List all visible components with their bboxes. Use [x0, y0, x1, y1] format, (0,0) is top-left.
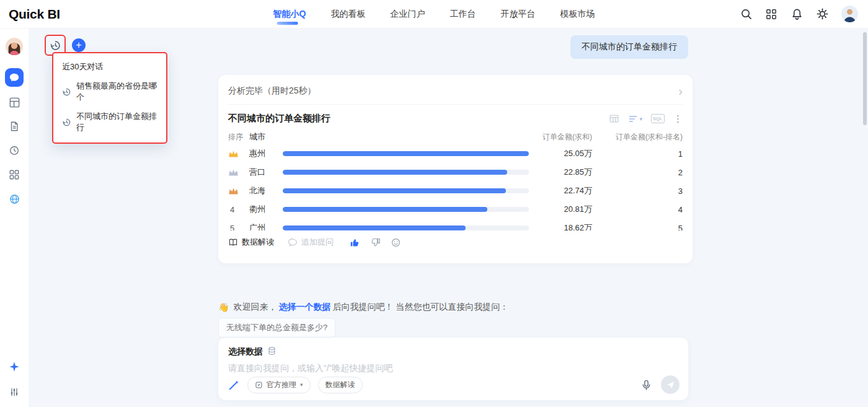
city-cell: 惠州 — [249, 148, 281, 159]
bar — [283, 207, 487, 212]
select-data-button[interactable]: 选择数据 — [228, 346, 678, 357]
bar — [283, 225, 466, 230]
history-icon — [62, 118, 71, 127]
sidebar-item-report[interactable] — [6, 118, 23, 135]
profile-avatar[interactable] — [6, 38, 23, 55]
rank-cell: 4 — [228, 204, 249, 215]
sidebar-item-schedule[interactable] — [6, 142, 23, 159]
composer-right-tools — [640, 375, 680, 394]
rank-value-cell: 3 — [592, 186, 683, 196]
history-item-label: 销售额最高的省份是哪个 — [76, 81, 157, 103]
nav-workbench[interactable]: 工作台 — [450, 9, 476, 20]
apps-grid-icon[interactable] — [765, 8, 777, 20]
rank-value-cell: 4 — [592, 205, 683, 214]
crown-silver-icon — [228, 168, 249, 177]
rank-cell — [228, 150, 249, 158]
gear-icon[interactable] — [816, 8, 828, 20]
rank-cell — [228, 168, 249, 177]
microphone-icon[interactable] — [640, 379, 652, 391]
welcome-message: 👋 欢迎回来， 选择一个数据 后向我提问吧！ 当然您也可以直接向我提问： — [218, 302, 508, 313]
chart-title: 不同城市的订单金额排行 — [228, 113, 330, 125]
nav-template-market[interactable]: 模板市场 — [560, 9, 595, 20]
bar-track — [283, 151, 529, 156]
chevron-down-icon: ▾ — [300, 382, 303, 388]
new-conversation-button[interactable]: + — [72, 38, 86, 52]
nav-enterprise-portal[interactable]: 企业门户 — [390, 9, 425, 20]
card-title-row: 不同城市的订单金额排行 ▾ SQL ⋮ — [218, 105, 693, 129]
bar-cell — [281, 151, 533, 156]
bar-cell — [281, 188, 533, 193]
welcome-prefix: 欢迎回来， — [233, 302, 277, 313]
sparkle-icon[interactable] — [6, 358, 23, 375]
rank-number: 4 — [228, 205, 234, 214]
sidebar-item-apps[interactable] — [6, 166, 23, 183]
history-item[interactable]: 不同城市的订单金额排行 — [62, 111, 157, 133]
amount-cell: 22.85万 — [533, 167, 592, 178]
bar-track — [283, 170, 529, 175]
data-interpret-chip-label: 数据解读 — [326, 380, 355, 390]
bar-cell — [281, 170, 533, 175]
chart-type-icon[interactable]: ▾ — [628, 114, 642, 124]
more-menu-icon[interactable]: ⋮ — [673, 113, 683, 125]
nav-open-platform[interactable]: 开放平台 — [500, 9, 535, 20]
column-header-amount: 订单金额(求和) — [533, 132, 592, 142]
sql-icon[interactable]: SQL — [651, 114, 665, 123]
amount-cell: 22.74万 — [533, 185, 592, 196]
top-header: Quick BI 智能小Q 我的看板 企业门户 工作台 开放平台 模板市场 — [0, 0, 868, 28]
crown-bronze-icon — [228, 187, 249, 195]
history-popup-title: 近30天对话 — [62, 61, 157, 72]
history-popup: 近30天对话 销售额最高的省份是哪个 不同城市的订单金额排行 — [52, 52, 167, 144]
globe-icon[interactable] — [6, 190, 23, 208]
header-icon-group — [740, 6, 858, 22]
sidebar-bottom-group — [6, 358, 23, 407]
bell-icon[interactable] — [790, 8, 803, 20]
official-reasoning-chip[interactable]: 官方推理 ▾ — [247, 377, 311, 393]
history-icon[interactable] — [47, 37, 63, 53]
question-input[interactable] — [228, 363, 678, 373]
bar-cell — [281, 207, 533, 212]
analysis-status-row[interactable]: 分析完毕（用时25秒） › — [228, 77, 683, 105]
amount-cell: 25.05万 — [533, 148, 592, 159]
suggested-question-chip[interactable]: 无线端下单的总金额是多少? — [218, 318, 335, 338]
bar-track — [283, 188, 529, 193]
chevron-right-icon: › — [678, 85, 683, 97]
bar — [283, 188, 506, 193]
data-interpret-chip[interactable]: 数据解读 — [318, 377, 363, 393]
page-scrollbar-thumb[interactable] — [863, 32, 867, 125]
main-nav: 智能小Q 我的看板 企业门户 工作台 开放平台 模板市场 — [273, 0, 595, 28]
rank-value-cell: 1 — [592, 149, 683, 159]
smiley-icon[interactable] — [391, 237, 401, 248]
table-row: 营口 22.85万 2 — [228, 163, 683, 182]
rank-number: 5 — [228, 224, 234, 230]
bar-track — [283, 207, 529, 212]
table-header-row: 排序 城市 订单金额(求和) 订单金额(求和-排名) — [228, 129, 683, 144]
column-header-city: 城市 — [249, 131, 281, 142]
nav-smart-q[interactable]: 智能小Q — [273, 9, 306, 20]
history-item-label: 不同城市的订单金额排行 — [76, 111, 157, 133]
select-dataset-link[interactable]: 选择一个数据 — [278, 302, 330, 313]
thumb-up-icon[interactable] — [350, 237, 360, 248]
user-avatar[interactable] — [841, 6, 858, 22]
magic-wand-icon[interactable] — [228, 379, 240, 391]
follow-up-label: 追加提问 — [301, 237, 334, 248]
wave-emoji: 👋 — [218, 302, 229, 312]
history-icon — [62, 87, 71, 97]
send-button[interactable] — [661, 375, 680, 394]
bar — [283, 170, 507, 175]
sidebar-item-chat[interactable] — [5, 68, 24, 87]
rank-value-cell: 5 — [592, 224, 683, 231]
welcome-suffix: 后向我提问吧！ 当然您也可以直接向我提问： — [332, 302, 508, 313]
history-item[interactable]: 销售额最高的省份是哪个 — [62, 81, 157, 103]
table-view-icon[interactable] — [609, 113, 619, 124]
equalizer-icon[interactable] — [6, 383, 23, 401]
nav-my-dashboard[interactable]: 我的看板 — [330, 9, 365, 20]
sidebar-item-dashboard[interactable] — [6, 94, 23, 111]
table-row: 5 广州 18.62万 5 — [228, 219, 683, 230]
thumb-down-icon[interactable] — [370, 237, 381, 248]
quickbi-logo: Quick BI — [9, 7, 60, 22]
answer-card: 分析完毕（用时25秒） › 不同城市的订单金额排行 ▾ SQL ⋮ 排序 城市 … — [218, 75, 693, 263]
official-reasoning-label: 官方推理 — [267, 380, 296, 390]
follow-up-button[interactable]: 追加提问 — [288, 237, 334, 248]
search-icon[interactable] — [740, 8, 752, 20]
data-interpret-button[interactable]: 数据解读 — [228, 237, 274, 248]
